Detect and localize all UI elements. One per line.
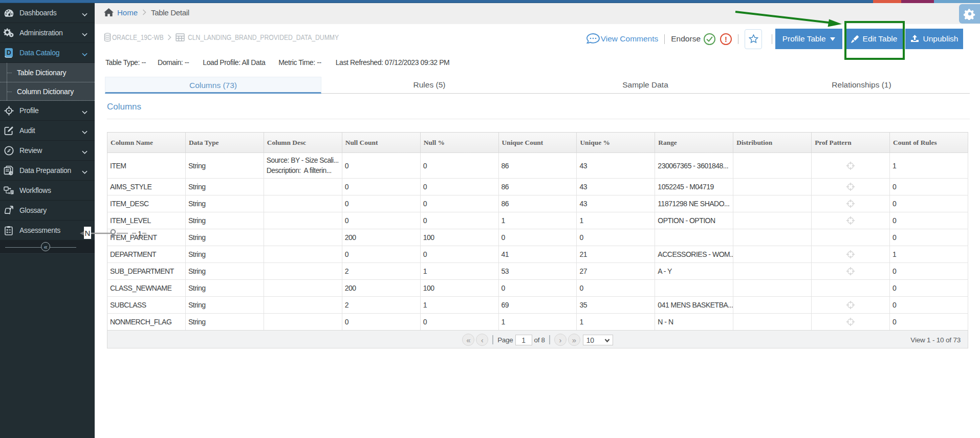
svg-text:D: D [7,49,11,56]
svg-text:1: 1 [138,229,142,238]
svg-text:N: N [85,229,91,237]
